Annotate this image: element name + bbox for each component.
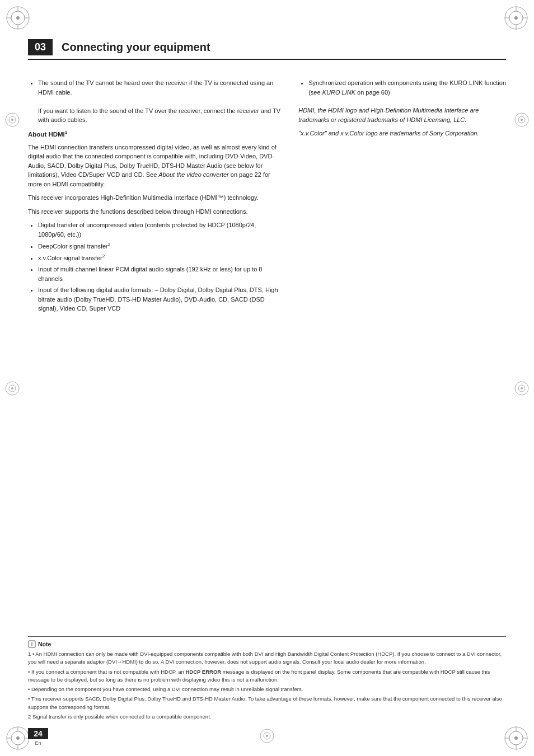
note-icon: ! <box>28 640 36 648</box>
svg-point-16 <box>16 736 20 740</box>
note-item-2: • If you connect a component that is not… <box>28 668 506 684</box>
hdmi-para2: This receiver incorporates High-Definiti… <box>28 193 282 203</box>
side-decoration-right-top <box>514 112 530 129</box>
list-item: Input of the following digital audio for… <box>38 285 282 313</box>
svg-point-39 <box>521 387 523 389</box>
hdmi-para3: This receiver supports the functions des… <box>28 207 282 217</box>
main-content: The sound of the TV cannot be heard over… <box>28 78 506 700</box>
corner-decoration-tr <box>503 4 530 31</box>
right-bullets: Synchronized operation with components u… <box>308 78 506 97</box>
svg-text:!: ! <box>31 641 33 647</box>
page-number: 24 <box>28 728 48 739</box>
list-item: The sound of the TV cannot be heard over… <box>38 78 282 125</box>
side-decoration-right-mid <box>514 381 530 397</box>
corner-decoration-br <box>503 725 530 752</box>
list-item: Synchronized operation with components u… <box>308 78 506 97</box>
note-item-1: 1 • An HDMI connection can only be made … <box>28 650 506 666</box>
side-decoration-left-mid <box>4 381 20 397</box>
svg-point-2 <box>16 16 20 20</box>
side-decoration-left-top <box>4 112 20 129</box>
chapter-number: 03 <box>28 39 53 55</box>
xvcolor-trademark: "x.v.Color" and x.v.Color logo are trade… <box>298 129 506 138</box>
page-language: En <box>35 740 41 746</box>
svg-point-9 <box>514 16 518 20</box>
svg-point-23 <box>514 736 518 740</box>
list-item: Digital transfer of uncompressed video (… <box>38 220 282 239</box>
top-bullets: The sound of the TV cannot be heard over… <box>38 78 282 125</box>
page-number-area: 24 En <box>28 728 48 746</box>
svg-point-30 <box>11 119 13 121</box>
list-item: x.v.Color signal transfer2 <box>38 253 282 262</box>
note-item-5: 2 Signal transfer is only possible when … <box>28 713 506 721</box>
svg-point-36 <box>521 119 523 121</box>
note-box: ! Note 1 • An HDMI connection can only b… <box>28 636 506 722</box>
list-item: Input of multi-channel linear PCM digita… <box>38 265 282 283</box>
about-hdmi-heading: About HDMI1 <box>28 129 282 139</box>
note-item-4: • This receiver supports SACD, Dolby Dig… <box>28 695 506 711</box>
hdmi-para1: The HDMI connection transfers uncompress… <box>28 143 282 189</box>
note-label: Note <box>38 641 51 647</box>
note-content: 1 • An HDMI connection can only be made … <box>28 650 506 721</box>
corner-decoration-bl <box>4 725 31 752</box>
bottom-center-decoration <box>259 728 275 745</box>
feature-bullets: Digital transfer of uncompressed video (… <box>38 220 282 313</box>
chapter-title: Connecting your equipment <box>62 41 210 54</box>
hdmi-trademark: HDMI, the HDMI logo and High-Definition … <box>298 106 506 124</box>
right-column: Synchronized operation with components u… <box>298 78 506 318</box>
page-header: 03 Connecting your equipment <box>28 39 506 60</box>
content-columns: The sound of the TV cannot be heard over… <box>28 78 506 318</box>
svg-point-44 <box>266 735 268 737</box>
left-column: The sound of the TV cannot be heard over… <box>28 78 282 318</box>
note-item-3: • Depending on the component you have co… <box>28 685 506 693</box>
svg-point-33 <box>11 387 13 389</box>
corner-decoration-tl <box>4 4 31 31</box>
list-item: DeepColor signal transfer2 <box>38 241 282 251</box>
note-header: ! Note <box>28 640 506 648</box>
